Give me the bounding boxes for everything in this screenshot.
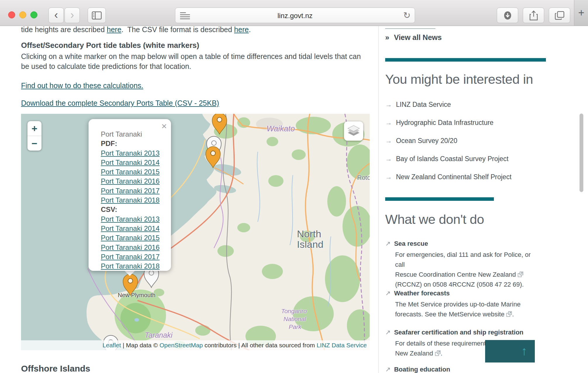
interested-link-label[interactable]: New Zealand Continental Shelf Project: [396, 173, 511, 181]
osm-link[interactable]: OpenStreetMap: [160, 342, 203, 348]
intro-text-2: . The CSV file format is described: [121, 25, 234, 34]
view-all-news-link[interactable]: »View all News: [385, 33, 442, 42]
boating-education-title[interactable]: ↗Boating education: [385, 366, 450, 373]
label-tongariro-3: Park: [289, 323, 301, 330]
download-link-row: Download the complete Secondary Ports Ta…: [21, 98, 219, 108]
calculations-link[interactable]: Find out how to do these calculations.: [21, 81, 143, 90]
interested-link-label[interactable]: Ocean Survey 20/20: [396, 137, 457, 144]
popup-close-icon[interactable]: ×: [161, 121, 167, 132]
body-suffix: .: [441, 350, 442, 357]
arrow-right-icon: →: [385, 119, 392, 126]
interested-link-label[interactable]: LINZ Data Service: [396, 101, 451, 108]
leaflet-link[interactable]: Leaflet: [103, 342, 121, 348]
url-text[interactable]: linz.govt.nz: [175, 12, 415, 20]
csv-link-2016[interactable]: Port Taranaki 2016: [101, 243, 160, 252]
label-tongariro-1: Tongariro: [281, 308, 307, 315]
back-to-top-button[interactable]: ↑: [485, 340, 535, 362]
csv-link-2014[interactable]: Port Taranaki 2014: [101, 224, 160, 233]
label-new-plymouth: New Plymouth: [118, 292, 155, 299]
view-all-news-label: View all News: [394, 33, 442, 41]
pdf-link-2014[interactable]: Port Taranaki 2014: [101, 158, 160, 167]
tide-heights-here-link[interactable]: here: [107, 25, 121, 34]
csv-link-2018[interactable]: Port Taranaki 2018: [101, 262, 160, 271]
arrow-up-icon: ↑: [521, 344, 527, 358]
pdf-link-2017[interactable]: Port Taranaki 2017: [101, 186, 160, 196]
label-tongariro-2: National: [283, 316, 306, 323]
dont-do-title-label: Boating education: [394, 366, 450, 373]
arrow-right-icon: →: [385, 101, 392, 108]
body-line: Rescue Coordination Centre New Zealand: [395, 271, 516, 278]
minimize-window-button[interactable]: [19, 11, 26, 18]
download-secondary-ports-link[interactable]: Download the complete Secondary Ports Ta…: [21, 99, 219, 107]
map-layers-control[interactable]: [344, 121, 363, 141]
label-north-island-2: Island: [297, 239, 324, 250]
offshore-islands-heading: Offshore Islands: [21, 364, 90, 373]
interested-divider-bar: [385, 58, 546, 62]
csv-link-2017[interactable]: Port Taranaki 2017: [101, 252, 160, 262]
intro-text-3: .: [249, 25, 251, 34]
forward-button[interactable]: ›: [65, 8, 80, 23]
offset-ports-heading: Offset/Secondary Port tide tables (white…: [21, 40, 199, 50]
seafarer-title[interactable]: ↗Seafarer certification and ship registr…: [385, 329, 523, 336]
share-button[interactable]: [523, 8, 544, 23]
sidebar-item-linz-data-service[interactable]: →LINZ Data Service: [385, 101, 451, 109]
map-zoom-control: + −: [27, 121, 41, 151]
body-line: The Met Service provides up-to-date Mari…: [395, 301, 520, 308]
map-attribution: Leaflet | Map data © OpenStreetMap contr…: [21, 340, 370, 350]
browser-toolbar: ‹ › linz.govt.nz ↻: [0, 0, 588, 26]
chevrons-icon: »: [385, 33, 389, 41]
body-line: (RCCNZ) on 0508 4RCCNZ (0508 47 22 69).: [395, 281, 524, 288]
weather-forecasts-title[interactable]: ↗Weather forecasts: [385, 290, 450, 297]
arrow-right-icon: →: [385, 173, 392, 181]
new-tab-button[interactable]: +: [574, 0, 588, 26]
reload-icon[interactable]: ↻: [403, 10, 411, 20]
zoom-in-button[interactable]: +: [27, 121, 41, 136]
page-scrollbar-thumb[interactable]: [580, 114, 583, 192]
news-top-rule: [385, 28, 435, 29]
close-window-button[interactable]: [8, 11, 15, 18]
browser-window: ‹ › linz.govt.nz ↻: [0, 0, 588, 373]
sea-rescue-body: For emergencies, dial 111 and ask for Po…: [395, 250, 541, 290]
interested-heading: You might be interested in: [385, 72, 533, 87]
map-popup: × Port Taranaki PDF: Port Taranaki 2013 …: [89, 119, 171, 271]
pdf-link-2015[interactable]: Port Taranaki 2015: [101, 167, 160, 177]
sidebar-item-bay-of-islands[interactable]: →Bay of Islands Coastal Survey Project: [385, 155, 509, 163]
sidebar-icon: [92, 11, 102, 20]
leaflet-map[interactable]: Waikato Rotor North Island Tongariro Nat…: [21, 114, 370, 350]
show-tabs-button[interactable]: [549, 8, 570, 23]
interested-link-label[interactable]: Hydrographic Data Infrastructure: [396, 119, 494, 126]
pdf-link-2018[interactable]: Port Taranaki 2018: [101, 196, 160, 205]
sea-rescue-title[interactable]: ↗Sea rescue: [385, 240, 428, 247]
sidebar-item-ocean-survey[interactable]: →Ocean Survey 20/20: [385, 137, 457, 145]
zoom-out-button[interactable]: −: [27, 136, 41, 151]
pdf-link-2013[interactable]: Port Taranaki 2013: [101, 149, 160, 158]
sidebar-toggle-button[interactable]: [88, 8, 106, 23]
attribution-text-2: contributors | All other data sourced fr…: [203, 342, 317, 348]
layers-icon: [347, 125, 361, 137]
downloads-button[interactable]: [497, 8, 518, 23]
back-button[interactable]: ‹: [49, 8, 64, 23]
sidebar-item-hydrographic-data[interactable]: →Hydrographic Data Infrastructure: [385, 119, 494, 127]
sidebar-item-continental-shelf[interactable]: →New Zealand Continental Shelf Project: [385, 173, 511, 181]
csv-format-here-link[interactable]: here: [234, 25, 249, 34]
csv-link-2015[interactable]: Port Taranaki 2015: [101, 233, 160, 243]
popup-content: Port Taranaki PDF: Port Taranaki 2013 Po…: [101, 130, 160, 271]
body-line: For emergencies, dial 111 and ask for Po…: [395, 251, 531, 268]
csv-link-2013[interactable]: Port Taranaki 2013: [101, 215, 160, 224]
share-icon: [529, 10, 538, 21]
arrow-right-icon: →: [385, 155, 392, 163]
offset-ports-body: Clicking on a white marker on the map be…: [21, 51, 361, 71]
popup-csv-label: CSV:: [101, 205, 160, 214]
back-icon: ‹: [54, 9, 58, 20]
offset-body-line1: Clicking on a white marker on the map be…: [21, 51, 361, 61]
interested-link-label[interactable]: Bay of Islands Coastal Survey Project: [396, 155, 509, 163]
pdf-link-2016[interactable]: Port Taranaki 2016: [101, 177, 160, 186]
plus-icon: +: [578, 7, 584, 19]
zoom-window-button[interactable]: [30, 11, 37, 18]
arrow-ne-icon: ↗: [385, 366, 390, 373]
address-bar[interactable]: linz.govt.nz ↻: [175, 8, 415, 23]
intro-paragraph: tide heights are described here. The CSV…: [21, 25, 251, 34]
linz-data-service-link[interactable]: LINZ Data Service: [317, 342, 367, 348]
tabs-icon: [555, 11, 565, 20]
offset-body-line2: be used to calculate tide predictions fo…: [21, 61, 361, 71]
